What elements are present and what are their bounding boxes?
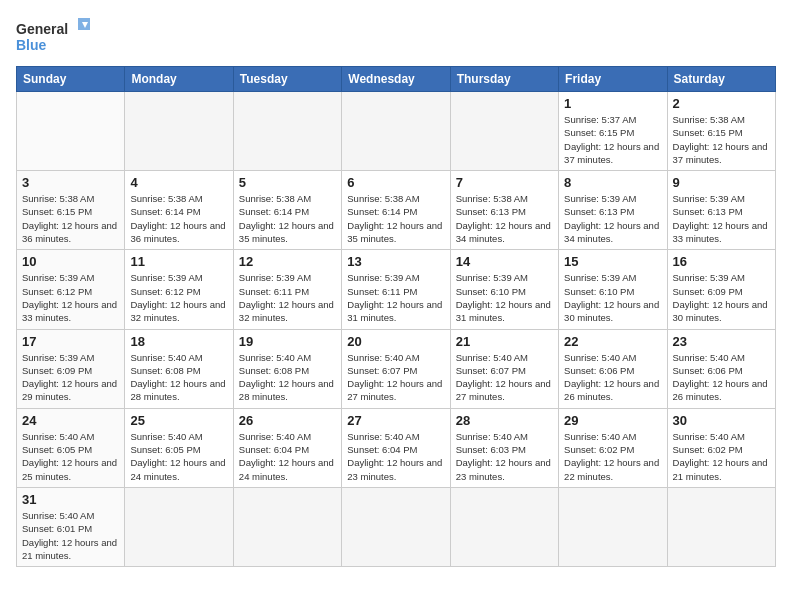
day-info: Sunrise: 5:40 AM Sunset: 6:05 PM Dayligh… — [130, 430, 227, 483]
day-number: 14 — [456, 254, 553, 269]
day-number: 15 — [564, 254, 661, 269]
calendar-week-3: 10Sunrise: 5:39 AM Sunset: 6:12 PM Dayli… — [17, 250, 776, 329]
calendar-week-4: 17Sunrise: 5:39 AM Sunset: 6:09 PM Dayli… — [17, 329, 776, 408]
calendar-cell: 24Sunrise: 5:40 AM Sunset: 6:05 PM Dayli… — [17, 408, 125, 487]
day-number: 8 — [564, 175, 661, 190]
calendar-cell: 18Sunrise: 5:40 AM Sunset: 6:08 PM Dayli… — [125, 329, 233, 408]
weekday-header-tuesday: Tuesday — [233, 67, 341, 92]
day-info: Sunrise: 5:40 AM Sunset: 6:02 PM Dayligh… — [564, 430, 661, 483]
day-info: Sunrise: 5:39 AM Sunset: 6:09 PM Dayligh… — [673, 271, 770, 324]
day-info: Sunrise: 5:37 AM Sunset: 6:15 PM Dayligh… — [564, 113, 661, 166]
day-number: 20 — [347, 334, 444, 349]
day-info: Sunrise: 5:40 AM Sunset: 6:04 PM Dayligh… — [239, 430, 336, 483]
day-number: 31 — [22, 492, 119, 507]
calendar-cell: 15Sunrise: 5:39 AM Sunset: 6:10 PM Dayli… — [559, 250, 667, 329]
day-info: Sunrise: 5:40 AM Sunset: 6:06 PM Dayligh… — [673, 351, 770, 404]
day-info: Sunrise: 5:39 AM Sunset: 6:12 PM Dayligh… — [130, 271, 227, 324]
day-number: 4 — [130, 175, 227, 190]
calendar-week-5: 24Sunrise: 5:40 AM Sunset: 6:05 PM Dayli… — [17, 408, 776, 487]
day-info: Sunrise: 5:40 AM Sunset: 6:05 PM Dayligh… — [22, 430, 119, 483]
calendar-cell: 19Sunrise: 5:40 AM Sunset: 6:08 PM Dayli… — [233, 329, 341, 408]
day-info: Sunrise: 5:39 AM Sunset: 6:11 PM Dayligh… — [347, 271, 444, 324]
calendar-cell: 29Sunrise: 5:40 AM Sunset: 6:02 PM Dayli… — [559, 408, 667, 487]
calendar-cell: 7Sunrise: 5:38 AM Sunset: 6:13 PM Daylig… — [450, 171, 558, 250]
calendar-body: 1Sunrise: 5:37 AM Sunset: 6:15 PM Daylig… — [17, 92, 776, 567]
header: General Blue — [16, 16, 776, 58]
logo-svg: General Blue — [16, 16, 96, 58]
svg-text:Blue: Blue — [16, 37, 47, 53]
day-number: 21 — [456, 334, 553, 349]
calendar-cell — [17, 92, 125, 171]
day-number: 7 — [456, 175, 553, 190]
calendar-cell: 13Sunrise: 5:39 AM Sunset: 6:11 PM Dayli… — [342, 250, 450, 329]
calendar-cell: 8Sunrise: 5:39 AM Sunset: 6:13 PM Daylig… — [559, 171, 667, 250]
day-number: 11 — [130, 254, 227, 269]
calendar-cell: 3Sunrise: 5:38 AM Sunset: 6:15 PM Daylig… — [17, 171, 125, 250]
calendar-cell — [450, 487, 558, 566]
day-info: Sunrise: 5:39 AM Sunset: 6:12 PM Dayligh… — [22, 271, 119, 324]
day-number: 29 — [564, 413, 661, 428]
day-number: 30 — [673, 413, 770, 428]
day-info: Sunrise: 5:38 AM Sunset: 6:13 PM Dayligh… — [456, 192, 553, 245]
calendar-cell — [450, 92, 558, 171]
day-info: Sunrise: 5:38 AM Sunset: 6:15 PM Dayligh… — [673, 113, 770, 166]
day-number: 6 — [347, 175, 444, 190]
logo: General Blue — [16, 16, 96, 58]
calendar-cell: 10Sunrise: 5:39 AM Sunset: 6:12 PM Dayli… — [17, 250, 125, 329]
calendar-cell: 28Sunrise: 5:40 AM Sunset: 6:03 PM Dayli… — [450, 408, 558, 487]
weekday-header-thursday: Thursday — [450, 67, 558, 92]
calendar-table: SundayMondayTuesdayWednesdayThursdayFrid… — [16, 66, 776, 567]
day-info: Sunrise: 5:38 AM Sunset: 6:15 PM Dayligh… — [22, 192, 119, 245]
day-number: 22 — [564, 334, 661, 349]
calendar-cell: 22Sunrise: 5:40 AM Sunset: 6:06 PM Dayli… — [559, 329, 667, 408]
day-number: 17 — [22, 334, 119, 349]
day-number: 3 — [22, 175, 119, 190]
day-info: Sunrise: 5:40 AM Sunset: 6:01 PM Dayligh… — [22, 509, 119, 562]
calendar-cell: 12Sunrise: 5:39 AM Sunset: 6:11 PM Dayli… — [233, 250, 341, 329]
calendar-week-1: 1Sunrise: 5:37 AM Sunset: 6:15 PM Daylig… — [17, 92, 776, 171]
calendar-cell — [559, 487, 667, 566]
calendar-cell: 17Sunrise: 5:39 AM Sunset: 6:09 PM Dayli… — [17, 329, 125, 408]
calendar-cell — [233, 92, 341, 171]
calendar-header: SundayMondayTuesdayWednesdayThursdayFrid… — [17, 67, 776, 92]
calendar-cell: 5Sunrise: 5:38 AM Sunset: 6:14 PM Daylig… — [233, 171, 341, 250]
calendar-cell — [125, 487, 233, 566]
day-number: 2 — [673, 96, 770, 111]
day-info: Sunrise: 5:40 AM Sunset: 6:02 PM Dayligh… — [673, 430, 770, 483]
calendar-cell: 31Sunrise: 5:40 AM Sunset: 6:01 PM Dayli… — [17, 487, 125, 566]
day-info: Sunrise: 5:40 AM Sunset: 6:06 PM Dayligh… — [564, 351, 661, 404]
day-number: 26 — [239, 413, 336, 428]
day-info: Sunrise: 5:38 AM Sunset: 6:14 PM Dayligh… — [239, 192, 336, 245]
weekday-header-friday: Friday — [559, 67, 667, 92]
day-info: Sunrise: 5:38 AM Sunset: 6:14 PM Dayligh… — [347, 192, 444, 245]
calendar-cell — [667, 487, 775, 566]
day-number: 9 — [673, 175, 770, 190]
day-number: 12 — [239, 254, 336, 269]
calendar-cell: 26Sunrise: 5:40 AM Sunset: 6:04 PM Dayli… — [233, 408, 341, 487]
calendar-cell — [233, 487, 341, 566]
calendar-cell: 2Sunrise: 5:38 AM Sunset: 6:15 PM Daylig… — [667, 92, 775, 171]
day-info: Sunrise: 5:39 AM Sunset: 6:13 PM Dayligh… — [673, 192, 770, 245]
day-number: 28 — [456, 413, 553, 428]
day-number: 19 — [239, 334, 336, 349]
weekday-header-monday: Monday — [125, 67, 233, 92]
calendar-cell: 4Sunrise: 5:38 AM Sunset: 6:14 PM Daylig… — [125, 171, 233, 250]
calendar-cell — [342, 487, 450, 566]
calendar-cell: 27Sunrise: 5:40 AM Sunset: 6:04 PM Dayli… — [342, 408, 450, 487]
calendar-cell: 11Sunrise: 5:39 AM Sunset: 6:12 PM Dayli… — [125, 250, 233, 329]
calendar-cell — [125, 92, 233, 171]
day-number: 1 — [564, 96, 661, 111]
day-info: Sunrise: 5:39 AM Sunset: 6:10 PM Dayligh… — [564, 271, 661, 324]
calendar-cell: 23Sunrise: 5:40 AM Sunset: 6:06 PM Dayli… — [667, 329, 775, 408]
calendar-cell — [342, 92, 450, 171]
day-info: Sunrise: 5:39 AM Sunset: 6:13 PM Dayligh… — [564, 192, 661, 245]
calendar-cell: 20Sunrise: 5:40 AM Sunset: 6:07 PM Dayli… — [342, 329, 450, 408]
day-info: Sunrise: 5:40 AM Sunset: 6:07 PM Dayligh… — [347, 351, 444, 404]
weekday-header-saturday: Saturday — [667, 67, 775, 92]
calendar-week-2: 3Sunrise: 5:38 AM Sunset: 6:15 PM Daylig… — [17, 171, 776, 250]
calendar-cell: 30Sunrise: 5:40 AM Sunset: 6:02 PM Dayli… — [667, 408, 775, 487]
day-number: 18 — [130, 334, 227, 349]
day-number: 5 — [239, 175, 336, 190]
calendar-cell: 21Sunrise: 5:40 AM Sunset: 6:07 PM Dayli… — [450, 329, 558, 408]
calendar-week-6: 31Sunrise: 5:40 AM Sunset: 6:01 PM Dayli… — [17, 487, 776, 566]
